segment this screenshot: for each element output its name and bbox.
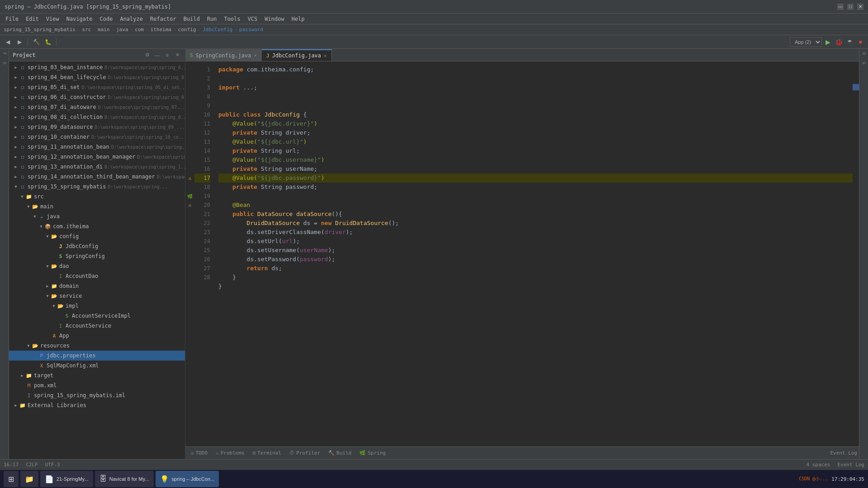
tree-item-comitheima[interactable]: 📦 com.itheima bbox=[9, 221, 185, 231]
debug-button[interactable]: 🐛 bbox=[43, 37, 53, 47]
database-tab[interactable]: D bbox=[861, 49, 867, 58]
taskbar-navicat[interactable]: 🗄 Navicat 8 for My... bbox=[95, 471, 154, 487]
tab-profiler[interactable]: ⏱ Profiler bbox=[286, 448, 324, 458]
taskbar-explorer[interactable]: 📁 bbox=[20, 471, 38, 487]
back-button[interactable]: ◀ bbox=[3, 37, 13, 47]
tree-item-jdbcconfig[interactable]: J JdbcConfig bbox=[9, 241, 185, 251]
status-event-log[interactable]: Event Log bbox=[837, 462, 864, 468]
panel-settings-button[interactable]: ⚙ bbox=[143, 51, 151, 59]
debug-run-button[interactable]: 🐞 bbox=[834, 37, 844, 47]
tree-item-spring09[interactable]: ◻ spring_09_datasource D:\workspace\spri… bbox=[9, 122, 185, 132]
stop-button[interactable]: ■ bbox=[855, 37, 865, 47]
tree-item-spring08[interactable]: ◻ spring_08_di_collection D:\workspace\s… bbox=[9, 112, 185, 122]
tab-spring[interactable]: 🌿 Spring bbox=[356, 448, 389, 458]
tree-item-accountservice[interactable]: I AccountService bbox=[9, 321, 185, 331]
tree-item-spring12[interactable]: ◻ spring_12_annotation_bean_manager D:\w… bbox=[9, 152, 185, 162]
tree-item-spring11[interactable]: ◻ spring_11_annotation_bean D:\workspace… bbox=[9, 142, 185, 152]
taskbar-spring-jdbc[interactable]: 💡 spring – JdbcCon... bbox=[156, 471, 219, 487]
tree-item-java[interactable]: ☕ java bbox=[9, 211, 185, 221]
build-button[interactable]: 🔨 bbox=[31, 37, 41, 47]
tree-item-springconfig[interactable]: S SpringConfig bbox=[9, 251, 185, 261]
fold-icon[interactable]: ⊖ bbox=[185, 201, 194, 210]
breadcrumb-itheima[interactable]: itheima bbox=[151, 27, 171, 33]
breadcrumb-main[interactable]: main bbox=[98, 27, 110, 33]
coverage-button[interactable]: ☂ bbox=[844, 37, 854, 47]
tree-item-app[interactable]: A App bbox=[9, 331, 185, 341]
run-button[interactable]: ▶ bbox=[823, 37, 833, 47]
code-line-10: public class JdbcConfig { bbox=[218, 110, 853, 119]
panel-collapse-button[interactable]: — bbox=[153, 51, 161, 59]
menu-tools[interactable]: Tools bbox=[221, 15, 244, 23]
tree-item-spring04[interactable]: ◻ spring_04_bean_lifecycle D:\workspace\… bbox=[9, 72, 185, 82]
breadcrumb-src[interactable]: src bbox=[82, 27, 91, 33]
tree-item-target[interactable]: 📁 target bbox=[9, 371, 185, 380]
line-num-10: 10 bbox=[194, 110, 210, 119]
tree-item-spring07[interactable]: ◻ spring_07_di_autoware D:\workspace\spr… bbox=[9, 102, 185, 112]
tab-problems[interactable]: ⚠ Problems bbox=[212, 448, 248, 458]
breadcrumb-project[interactable]: spring_15_spring_mybatis bbox=[4, 27, 75, 33]
menu-build[interactable]: Build bbox=[180, 15, 203, 23]
menu-help[interactable]: Help bbox=[288, 15, 308, 23]
tree-item-spring10[interactable]: ◻ spring_10_container D:\workspace\sprin… bbox=[9, 132, 185, 142]
tree-item-spring03[interactable]: ◻ spring_03_bean_instance D:\workspace\s… bbox=[9, 62, 185, 72]
menu-window[interactable]: Window bbox=[261, 15, 288, 23]
jdbcconfig-tab-close[interactable]: ✕ bbox=[324, 53, 327, 59]
tree-item-impl[interactable]: 📂 impl bbox=[9, 301, 185, 311]
menu-vcs[interactable]: VCS bbox=[244, 15, 261, 23]
menu-edit[interactable]: Edit bbox=[22, 15, 42, 23]
tree-item-resources[interactable]: 📂 resources bbox=[9, 341, 185, 351]
tree-item-domain[interactable]: 📁 domain bbox=[9, 281, 185, 291]
tree-item-spring06[interactable]: ◻ spring_06_di_constructor D:\workspace\… bbox=[9, 92, 185, 102]
tab-springconfig[interactable]: S SpringConfig.java ✕ bbox=[185, 49, 262, 61]
tree-item-spring14[interactable]: ◻ spring_14_annotation_third_bean_manage… bbox=[9, 172, 185, 182]
tab-build[interactable]: 🔨 Build bbox=[325, 448, 355, 458]
tree-item-jdbcproperties[interactable]: P jdbc.properties bbox=[9, 351, 185, 361]
taskbar-navicat-label: Navicat 8 for My... bbox=[109, 476, 149, 482]
tree-item-dao[interactable]: 📂 dao bbox=[9, 261, 185, 271]
start-button[interactable]: ⊞ bbox=[4, 471, 19, 487]
tree-item-src[interactable]: 📁 src bbox=[9, 192, 185, 202]
code-content[interactable]: package com.itheima.config; import ...; … bbox=[215, 61, 853, 446]
tree-item-config[interactable]: 📂 config bbox=[9, 231, 185, 241]
tree-item-pom[interactable]: M pom.xml bbox=[9, 380, 185, 390]
panel-menu-button[interactable]: ≡ bbox=[163, 51, 171, 59]
tab-todo[interactable]: ☑ TODO bbox=[187, 448, 211, 458]
menu-file[interactable]: File bbox=[2, 15, 22, 23]
breadcrumb-password[interactable]: password bbox=[239, 27, 263, 33]
menu-navigate[interactable]: Navigate bbox=[63, 15, 96, 23]
tree-item-accountserviceimpl[interactable]: S AccountServiceImpl bbox=[9, 311, 185, 321]
tab-jdbcconfig[interactable]: J JdbcConfig.java ✕ bbox=[262, 49, 332, 61]
panel-close-button[interactable]: ✕ bbox=[173, 51, 181, 59]
tree-item-iml[interactable]: I spring_15_spring_mybatis.iml bbox=[9, 390, 185, 400]
tree-item-main[interactable]: 📂 main bbox=[9, 202, 185, 211]
minimize-button[interactable]: — bbox=[837, 4, 844, 10]
forward-button[interactable]: ▶ bbox=[14, 37, 24, 47]
close-button[interactable]: ✕ bbox=[857, 4, 863, 10]
breadcrumb-config[interactable]: config bbox=[178, 27, 196, 33]
menu-refactor[interactable]: Refactor bbox=[146, 15, 180, 23]
tree-item-spring05[interactable]: ◻ spring_05_di_set D:\workspace\spring\s… bbox=[9, 82, 185, 92]
tree-item-sqlmapconfig[interactable]: X SqlMapConfig.xml bbox=[9, 361, 185, 371]
run-config-dropdown[interactable]: App (2) bbox=[790, 37, 822, 47]
menu-code[interactable]: Code bbox=[96, 15, 117, 23]
menu-analyze[interactable]: Analyze bbox=[116, 15, 146, 23]
taskbar-spring-my[interactable]: 📄 21-SpringМy... bbox=[40, 471, 93, 487]
tree-item-extlibs[interactable]: 📁 External Libraries bbox=[9, 400, 185, 410]
structure-tab[interactable]: S bbox=[1, 58, 8, 68]
gradle-tab[interactable]: G bbox=[861, 58, 867, 68]
springconfig-tab-close[interactable]: ✕ bbox=[254, 52, 257, 58]
tree-item-spring15[interactable]: ◻ spring_15_spring_mybatis D:\workspace\… bbox=[9, 182, 185, 192]
event-log-label[interactable]: Event Log bbox=[830, 450, 857, 456]
tree-item-service[interactable]: 📂 service bbox=[9, 291, 185, 301]
iml-icon: I bbox=[25, 392, 33, 399]
favorites-tab[interactable]: F bbox=[1, 49, 8, 58]
menu-run[interactable]: Run bbox=[203, 15, 221, 23]
maximize-button[interactable]: □ bbox=[847, 4, 854, 10]
tab-terminal[interactable]: ⊡ Terminal bbox=[249, 448, 285, 458]
breadcrumb-java[interactable]: java bbox=[116, 27, 128, 33]
breadcrumb-jdbcconfig[interactable]: JdbcConfig bbox=[203, 27, 232, 33]
menu-view[interactable]: View bbox=[42, 15, 63, 23]
breadcrumb-com[interactable]: com bbox=[135, 27, 144, 33]
tree-item-accountdao[interactable]: I AccountDao bbox=[9, 271, 185, 281]
tree-item-spring13[interactable]: ◻ spring_13_annotation_di D:\workspace\s… bbox=[9, 162, 185, 172]
